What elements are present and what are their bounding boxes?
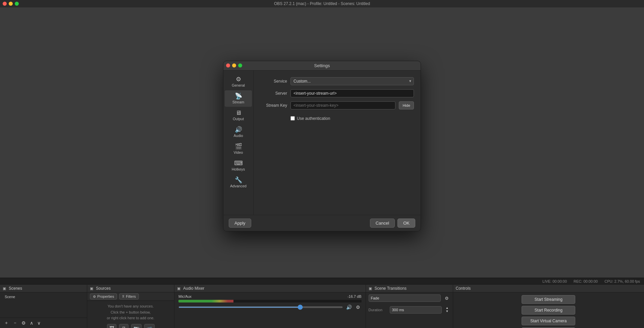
sidebar-item-general[interactable]: ⚙ General — [225, 74, 252, 90]
volume-icons: 🔊 ⚙ — [345, 304, 362, 311]
add-image-source-button[interactable]: 🖼 — [107, 324, 116, 328]
sidebar-label-hotkeys: Hotkeys — [232, 167, 245, 171]
audio-panel-title: Audio Mixer — [183, 286, 204, 291]
cancel-button[interactable]: Cancel — [370, 219, 395, 228]
output-icon: 🖥 — [235, 110, 241, 116]
sidebar-item-stream[interactable]: 📡 Stream — [225, 90, 252, 107]
start-streaming-button[interactable]: Start Streaming — [522, 295, 575, 304]
meter-bar — [178, 300, 362, 302]
channel-name: Mic/Aux — [178, 294, 192, 298]
start-virtual-camera-button[interactable]: Start Virtual Camera — [522, 317, 575, 325]
traffic-lights — [3, 2, 19, 6]
properties-button[interactable]: ⚙ Properties — [90, 293, 117, 299]
stream-key-label: Stream Key — [260, 103, 287, 108]
fade-select[interactable]: Fade Cut Swipe — [369, 294, 441, 302]
bottom-area: ▣ Scenes Scene ＋ － ⚙ ∧ ∨ ▣ Sources ⚙ — [0, 284, 644, 328]
dialog-body: ⚙ General 📡 Stream 🖥 Output 🔊 Audio — [223, 71, 421, 215]
audio-icon: 🔊 — [235, 127, 242, 133]
sidebar-label-video: Video — [234, 150, 243, 154]
stream-settings-content: Service Custom... ▼ Server — [254, 71, 421, 215]
add-scene-button[interactable]: ＋ — [3, 319, 10, 327]
apply-button[interactable]: Apply — [229, 219, 251, 228]
audio-content: Mic/Aux -16.7 dB 🔊 ⚙ — [174, 292, 366, 328]
dialog-title: Settings — [314, 63, 330, 68]
scenes-panel-footer: ＋ － ⚙ ∧ ∨ — [0, 318, 87, 328]
use-auth-checkbox[interactable] — [290, 116, 295, 121]
add-camera-source-button[interactable]: 📹 — [144, 324, 155, 328]
scene-item[interactable]: Scene — [3, 294, 84, 300]
dialog-title-bar: Settings — [223, 61, 421, 71]
duration-stepper[interactable]: ▲▼ — [444, 306, 450, 314]
controls-content: Start Streaming Start Recording Start Vi… — [453, 292, 644, 328]
service-label: Service — [260, 79, 287, 84]
modal-overlay: Settings ⚙ General 📡 Stream 🖥 O — [0, 7, 644, 284]
rec-status: REC: 00:00:00 — [574, 279, 598, 283]
fade-select-wrapper: Fade Cut Swipe — [369, 294, 441, 302]
properties-icon: ⚙ — [93, 295, 96, 298]
dialog-minimize-button[interactable] — [232, 63, 236, 67]
close-button[interactable] — [3, 2, 7, 6]
duration-input[interactable] — [390, 306, 442, 314]
advanced-icon: 🔧 — [235, 177, 242, 183]
minimize-button[interactable] — [9, 2, 13, 6]
sidebar-item-output[interactable]: 🖥 Output — [225, 107, 252, 124]
duration-label: Duration — [369, 308, 387, 312]
service-select-wrapper: Custom... ▼ — [290, 77, 414, 85]
sidebar-item-hotkeys[interactable]: ⌨ Hotkeys — [225, 157, 252, 174]
mute-button[interactable]: 🔊 — [345, 304, 353, 311]
duration-select-wrapper — [390, 306, 442, 314]
sidebar-label-stream: Stream — [232, 100, 244, 104]
add-media-source-button[interactable]: 📷 — [131, 324, 142, 328]
scene-up-button[interactable]: ∧ — [29, 320, 35, 326]
hide-stream-key-button[interactable]: Hide — [399, 101, 414, 109]
scenes-panel-content: Scene — [0, 292, 87, 318]
sidebar-label-advanced: Advanced — [230, 184, 247, 188]
live-status: LIVE: 00:00:00 — [542, 279, 567, 283]
transitions-panel: ▣ Scene Transitions Fade Cut Swipe ⚙ Dur… — [366, 285, 453, 328]
scenes-panel-icon: ▣ — [3, 286, 6, 291]
filters-icon: ⧖ — [122, 294, 124, 298]
ok-button[interactable]: OK — [397, 219, 415, 228]
cpu-status: CPU: 2.7%, 60.00 fps — [604, 279, 640, 283]
server-label: Server — [260, 91, 287, 96]
add-monitor-source-button[interactable]: 🖥 — [119, 324, 128, 328]
dialog-close-button[interactable] — [226, 63, 230, 67]
sidebar-label-output: Output — [233, 117, 244, 121]
audio-channel-mic: Mic/Aux -16.7 dB 🔊 ⚙ — [178, 294, 362, 311]
sidebar-item-video[interactable]: 🎬 Video — [225, 141, 252, 157]
transition-gear-button[interactable]: ⚙ — [443, 295, 450, 301]
scenes-panel-header: ▣ Scenes — [0, 285, 87, 292]
service-select[interactable]: Custom... — [290, 77, 414, 85]
scene-settings-button[interactable]: ⚙ — [20, 320, 27, 326]
maximize-button[interactable] — [15, 2, 19, 6]
controls-panel: Controls Start Streaming Start Recording… — [453, 285, 644, 328]
sidebar-label-general: General — [232, 83, 245, 87]
footer-right-buttons: Cancel OK — [370, 219, 415, 228]
audio-panel: ▣ Audio Mixer Mic/Aux -16.7 dB 🔊 — [174, 285, 366, 328]
start-recording-button[interactable]: Start Recording — [522, 306, 575, 315]
no-sources-text: You don't have any sources. Click the + … — [107, 303, 155, 321]
audio-settings-button[interactable]: ⚙ — [355, 304, 362, 311]
sidebar-label-audio: Audio — [233, 134, 243, 138]
status-right: LIVE: 00:00:00 REC: 00:00:00 CPU: 2.7%, … — [542, 279, 640, 283]
transitions-panel-icon: ▣ — [369, 286, 372, 291]
stream-icon: 📡 — [235, 93, 242, 99]
auth-row: Use authentication — [260, 116, 414, 121]
channel-db: -16.7 dB — [347, 294, 362, 298]
server-row: Server — [260, 89, 414, 97]
filters-button[interactable]: ⧖ Filters — [119, 293, 139, 299]
volume-row: 🔊 ⚙ — [178, 304, 362, 311]
remove-scene-button[interactable]: － — [11, 319, 19, 327]
dialog-maximize-button[interactable] — [238, 63, 242, 67]
sidebar-item-advanced[interactable]: 🔧 Advanced — [225, 174, 252, 191]
volume-slider[interactable] — [178, 307, 343, 308]
stream-key-input[interactable] — [290, 101, 395, 109]
settings-sidebar: ⚙ General 📡 Stream 🖥 Output 🔊 Audio — [223, 71, 254, 215]
scene-down-button[interactable]: ∨ — [36, 320, 42, 326]
sidebar-item-audio[interactable]: 🔊 Audio — [225, 124, 252, 140]
transitions-panel-title: Scene Transitions — [375, 286, 407, 291]
server-input[interactable] — [290, 89, 414, 97]
channel-header: Mic/Aux -16.7 dB — [178, 294, 362, 298]
sources-icons: 🖼 🖥 📷 📹 — [107, 324, 155, 328]
transitions-panel-header: ▣ Scene Transitions — [366, 285, 453, 292]
